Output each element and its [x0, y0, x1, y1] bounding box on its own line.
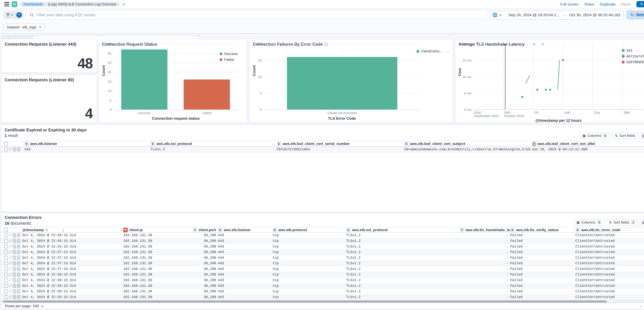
density-icon[interactable]: ▤ [640, 220, 644, 224]
single-document-icon[interactable] [17, 256, 20, 260]
legend-actions-icon[interactable]: ⋮⋮ [635, 49, 640, 52]
refresh-button[interactable]: ↻ Refresh [626, 10, 644, 20]
expand-row-icon[interactable]: ⤢ [9, 262, 12, 265]
dashboards-logo[interactable]: D [12, 1, 17, 7]
metric-panel-listener-443[interactable]: Connection Requests (Listener 443) 48 [1, 39, 97, 73]
column-header[interactable]: aws.elb.ssl_protocol [352, 228, 388, 232]
column-header[interactable]: aws.elb.ssl_protocol [156, 142, 192, 146]
single-document-icon[interactable] [17, 245, 20, 248]
legend-entry[interactable]: Success [220, 52, 238, 56]
surrounding-documents-icon[interactable] [13, 239, 16, 243]
row-checkbox[interactable] [4, 245, 8, 248]
expand-row-icon[interactable]: ⤢ [9, 279, 12, 282]
table-row[interactable]: ⤢ Oct 4, 2024 @ 22:37:15.514 192.168.131… [1, 266, 644, 272]
surrounding-documents-icon[interactable] [13, 262, 16, 265]
column-header[interactable]: aws.elb.leaf_client_cert_serial_number [282, 142, 350, 146]
table-row[interactable]: ⤢ Oct 4, 2024 @ 22:37:15.514 192.168.131… [1, 250, 644, 255]
calendar-icon[interactable] [493, 13, 497, 17]
single-document-icon[interactable] [17, 250, 20, 254]
expand-row-icon[interactable]: ⤢ [9, 250, 12, 254]
full-screen-button[interactable]: Full screen [560, 2, 579, 6]
share-button[interactable]: Share [584, 2, 594, 6]
metric-panel-listener-80[interactable]: Connection Requests (Listener 80) 4 [1, 74, 97, 123]
table-row[interactable]: ⤢ Oct 4, 2024 @ 22:42:15.514 192.168.131… [1, 244, 644, 250]
reset-button[interactable]: Reset [621, 2, 631, 6]
select-all-checkbox[interactable] [4, 228, 8, 232]
table-row[interactable]: ⤢ Oct 4, 2024 @ 22:37:15.514 192.168.131… [1, 255, 644, 261]
remove-filter-icon[interactable]: ✕ [39, 25, 42, 29]
table-row[interactable]: ⤢ Oct 4, 2024 @ 22:45:15.514 192.168.131… [1, 238, 644, 244]
scrollbar-thumb[interactable] [3, 300, 607, 302]
columns-button[interactable]: ▦ Columns 5 [580, 132, 610, 139]
column-header[interactable]: client.port [198, 228, 216, 232]
column-header[interactable]: client.ip [129, 228, 143, 232]
row-checkbox[interactable] [4, 234, 8, 237]
single-document-icon[interactable] [17, 267, 20, 271]
filter-chevron-icon[interactable] [11, 14, 13, 16]
expand-row-icon[interactable]: ⤢ [9, 234, 12, 237]
column-header[interactable]: aws.elb.listener [30, 142, 57, 146]
chart-panel-connection-request-status[interactable]: Connection Request Status Count 05101520… [98, 39, 247, 123]
columns-button[interactable]: ▦ Columns 9 [574, 219, 604, 226]
surrounding-documents-icon[interactable] [13, 267, 16, 271]
expand-row-icon[interactable]: ⤢ [9, 290, 12, 293]
expand-row-icon[interactable]: ⤢ [9, 256, 12, 259]
time-range-end[interactable]: Oct 30, 2024 @ 06:32:46.162 [569, 13, 620, 17]
menu-icon[interactable] [4, 2, 9, 6]
surrounding-documents-icon[interactable] [13, 256, 16, 260]
dataset-filter-pill[interactable]: Dataset : elb_logs ✕ [3, 24, 45, 31]
duplicate-button[interactable]: Duplicate [600, 2, 616, 6]
expand-row-icon[interactable]: ⤢ [9, 268, 12, 270]
expand-row-icon[interactable]: ⤢ [9, 245, 12, 248]
column-header[interactable]: aws.elb.listener [224, 228, 251, 232]
legend-actions-icon[interactable]: ⋮⋮ [445, 50, 450, 53]
add-filter-button[interactable]: + [16, 12, 22, 18]
sort-fields-button[interactable]: ⇅ Sort fields 1 [606, 219, 638, 226]
single-document-icon[interactable] [17, 273, 20, 276]
surrounding-documents-icon[interactable] [13, 250, 16, 254]
legend-entry[interactable]: 443⋮⋮ [622, 48, 644, 52]
single-document-icon[interactable] [17, 290, 20, 293]
row-checkbox[interactable] [4, 262, 8, 265]
single-document-icon[interactable] [17, 284, 20, 288]
kql-search-input[interactable] [36, 13, 483, 17]
row-checkbox[interactable] [4, 239, 8, 243]
table-row[interactable]: ⤢ Oct 4, 2024 @ 22:36:15.514 192.168.131… [1, 289, 644, 294]
time-range-picker[interactable]: Sep 24, 2024 @ 16:20:04.2... → Oct 30, 2… [490, 10, 624, 20]
surrounding-documents-icon[interactable] [13, 245, 16, 248]
edit-button[interactable]: ✎ Edit [636, 1, 644, 7]
surrounding-documents-icon[interactable] [13, 290, 16, 293]
bar-success[interactable] [121, 50, 168, 110]
single-document-icon[interactable] [17, 234, 20, 237]
chart-panel-connection-failures[interactable]: Connection Failures By Error Codeⓘ Count… [249, 39, 453, 123]
row-checkbox[interactable] [4, 284, 8, 288]
single-document-icon[interactable] [17, 278, 20, 282]
legend-entry[interactable]: ClientCertU...⋮⋮ [416, 49, 450, 53]
expand-row-icon[interactable]: ⤢ [9, 273, 12, 276]
row-checkbox[interactable] [4, 256, 8, 260]
row-checkbox[interactable] [4, 295, 8, 299]
breadcrumb-dashboards[interactable]: Dashboards [20, 2, 46, 7]
row-checkbox[interactable] [4, 250, 8, 254]
previous-page-icon[interactable]: ‹ [640, 303, 642, 309]
single-document-icon[interactable] [17, 148, 20, 151]
column-header[interactable]: aws.elb.tls_verify_status [516, 228, 558, 232]
row-checkbox[interactable] [4, 278, 8, 282]
legend-entry[interactable]: Failed [220, 58, 238, 62]
row-checkbox[interactable] [4, 290, 8, 293]
table-row[interactable]: ⤢ Oct 4, 2024 @ 22:35:15.514 192.168.131… [1, 294, 644, 300]
row-checkbox[interactable] [4, 148, 8, 151]
expand-row-icon[interactable]: ⤢ [9, 296, 12, 298]
table-row[interactable]: ⤢ Oct 4, 2024 @ 22:36:15.514 192.168.131… [1, 272, 644, 278]
row-checkbox[interactable] [4, 273, 8, 276]
expand-row-icon[interactable]: ⤢ [9, 284, 12, 287]
legend-entry[interactable]: 46712e747de⋮⋮ [622, 54, 644, 58]
sort-fields-button[interactable]: ⇅ Sort fields [612, 132, 638, 139]
chart-panel-tls-handshake-latency[interactable]: Average TLS Handshake Latency Time 0 ms5… [455, 39, 644, 123]
column-header[interactable]: aws.elb.leaf_client_cert_not_after [538, 142, 595, 146]
select-all-checkbox[interactable] [4, 142, 8, 146]
expand-row-icon[interactable]: ⤢ [9, 240, 12, 242]
table-row[interactable]: ⤢ 443 TLSv1.2 FEF257372D5C14D4 CN=amazon… [1, 146, 644, 153]
rows-per-page-select[interactable]: Rows per page: 100 [5, 304, 39, 308]
single-document-icon[interactable] [17, 295, 20, 299]
